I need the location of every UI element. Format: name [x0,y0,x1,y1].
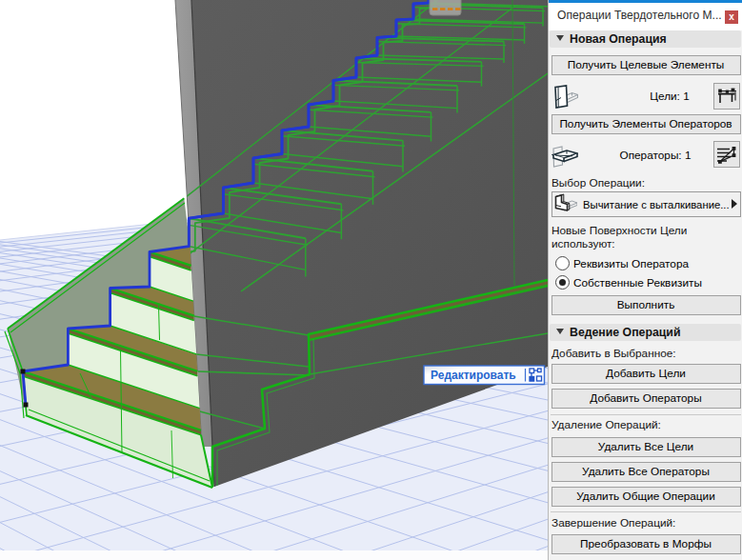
svg-text:Редактировать: Редактировать [431,369,516,382]
